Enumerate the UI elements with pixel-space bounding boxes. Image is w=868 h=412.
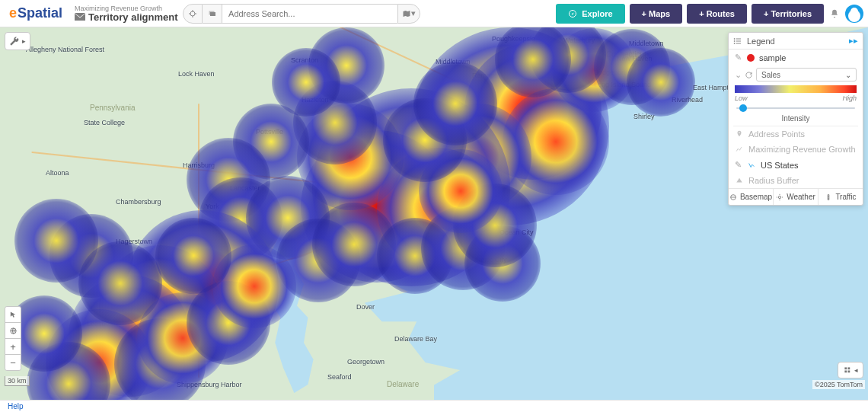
slider-thumb[interactable] <box>739 104 747 112</box>
user-avatar[interactable] <box>845 5 863 23</box>
help-link[interactable]: Help <box>8 402 24 410</box>
metric-row: ⌄ Sales ⌄ <box>729 65 863 84</box>
wrench-icon <box>9 36 20 46</box>
legend-panel: Legend ▸▸ ✎ sample ⌄ Sales ⌄ Low High In… <box>728 32 863 206</box>
heat-gradient <box>735 85 857 93</box>
envelope-icon <box>75 13 85 21</box>
svg-rect-9 <box>847 367 850 369</box>
brand-logo: eSpatial <box>5 5 67 21</box>
refresh-icon[interactable] <box>745 71 753 79</box>
chart-icon <box>735 145 744 153</box>
layers-button[interactable] <box>203 4 222 24</box>
heat-cluster <box>425 104 531 210</box>
heat-cluster <box>297 104 404 210</box>
traffic-icon <box>825 193 832 201</box>
layer-label: US States <box>761 161 799 170</box>
title-block: Maximizing Revenue Growth Territory alig… <box>72 5 178 22</box>
heat-cluster <box>187 281 270 365</box>
heat-cluster <box>419 149 503 233</box>
locate-button[interactable] <box>183 4 203 24</box>
heat-cluster <box>552 28 636 112</box>
svg-rect-8 <box>844 370 847 372</box>
intensity-label: Intensity <box>729 114 863 126</box>
traffic-button[interactable]: Traffic <box>818 189 863 205</box>
heat-cluster <box>199 177 282 261</box>
low-label: Low <box>735 94 748 102</box>
svg-point-24 <box>828 195 829 196</box>
heat-cluster <box>495 27 571 97</box>
layer-us-states[interactable]: ✎ US States <box>729 157 863 173</box>
sample-swatch <box>747 54 755 62</box>
workspace-title-row[interactable]: Territory alignment <box>75 12 178 22</box>
heat-cluster <box>137 292 228 384</box>
basemap-button[interactable]: Basemap <box>729 189 773 205</box>
heat-cluster <box>49 214 133 298</box>
pencil-icon[interactable]: ✎ <box>735 53 742 62</box>
layer-address-points[interactable]: Address Points <box>729 126 863 142</box>
map-attribution: ©2025 TomTom <box>812 380 865 389</box>
notifications-button[interactable] <box>828 8 841 20</box>
heat-cluster <box>14 199 98 283</box>
address-input[interactable] <box>222 4 397 24</box>
new-territory-button[interactable]: + Territories <box>752 4 824 24</box>
map-icon <box>402 9 411 18</box>
brand-e: e <box>9 5 17 21</box>
sun-icon <box>776 193 783 201</box>
layers-icon <box>208 9 217 18</box>
intensity-slider[interactable] <box>729 102 863 114</box>
heat-cluster <box>233 104 309 180</box>
chevron-down-icon: ⌄ <box>845 71 851 79</box>
legend-collapse[interactable]: ▸▸ <box>849 36 858 46</box>
map-toggle-button[interactable]: ▾ <box>397 4 420 24</box>
list-icon <box>733 37 742 46</box>
buffer-icon <box>735 177 744 184</box>
svg-point-14 <box>734 38 735 39</box>
gradient-labels: Low High <box>729 94 863 102</box>
layer-maximizing[interactable]: Maximizing Revenue Growth <box>729 142 863 157</box>
heat-cluster <box>453 184 537 267</box>
heat-cluster <box>46 309 152 400</box>
layer-label: Address Points <box>748 129 805 139</box>
zoom-out-button[interactable]: − <box>5 354 21 371</box>
boundary-icon <box>747 161 756 169</box>
heat-cluster <box>503 88 609 195</box>
explore-button[interactable]: Explore <box>556 4 624 24</box>
tools-button[interactable]: ▸ <box>5 32 30 50</box>
bell-icon <box>829 8 840 19</box>
app-footer: Help <box>0 400 868 412</box>
pin-icon <box>735 130 744 138</box>
heat-cluster <box>464 43 602 180</box>
heat-cluster <box>212 244 296 328</box>
heat-cluster <box>530 27 606 93</box>
legend-footer: Basemap Weather Traffic <box>729 188 863 205</box>
heat-cluster <box>312 88 510 286</box>
new-map-button[interactable]: + Maps <box>630 4 683 24</box>
heat-cluster <box>301 130 453 283</box>
svg-point-25 <box>828 196 829 197</box>
explore-label: Explore <box>582 9 612 18</box>
legend-header: Legend ▸▸ <box>729 33 863 50</box>
layer-radius-buffer[interactable]: Radius Buffer <box>729 173 863 188</box>
heat-cluster <box>27 342 110 400</box>
heat-cluster <box>272 48 340 117</box>
globe-tool[interactable] <box>5 322 21 339</box>
pencil-icon[interactable]: ✎ <box>735 160 742 170</box>
compass-icon <box>568 9 577 18</box>
weather-button[interactable]: Weather <box>773 189 818 205</box>
map-tool-stack: + − <box>5 307 21 371</box>
grid-toggle-button[interactable]: ◂ <box>838 362 863 378</box>
legend-item-sample[interactable]: ✎ sample <box>729 50 863 65</box>
svg-point-0 <box>190 11 195 16</box>
select-tool[interactable] <box>5 306 21 323</box>
crosshair-icon <box>188 9 197 18</box>
chevron-down-icon[interactable]: ⌄ <box>735 70 742 80</box>
heat-cluster <box>377 148 499 270</box>
heat-cluster <box>627 48 695 117</box>
new-route-button[interactable]: + Routes <box>687 4 747 24</box>
heat-cluster <box>155 218 231 294</box>
legend-title: Legend <box>747 37 775 46</box>
metric-select[interactable]: Sales ⌄ <box>756 68 857 81</box>
heat-cluster <box>312 203 396 286</box>
map-canvas[interactable]: PennsylvaniaNew JerseyDelawareConnecticu… <box>0 27 868 400</box>
zoom-in-button[interactable]: + <box>5 338 21 355</box>
